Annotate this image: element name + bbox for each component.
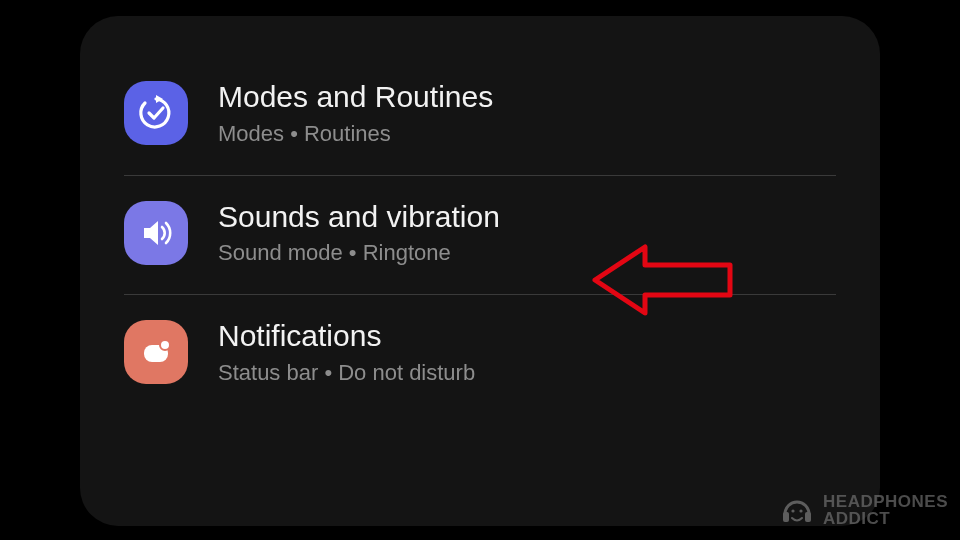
watermark-line2: ADDICT	[823, 510, 948, 527]
screenshot-stage: Modes and Routines Modes • Routines Soun…	[0, 0, 960, 540]
row-text: Sounds and vibration Sound mode • Ringto…	[218, 200, 500, 267]
settings-row-notifications[interactable]: Notifications Status bar • Do not distur…	[124, 295, 836, 414]
modes-routines-icon	[124, 81, 188, 145]
row-subtitle: Modes • Routines	[218, 121, 493, 147]
row-title: Sounds and vibration	[218, 200, 500, 235]
row-title: Modes and Routines	[218, 80, 493, 115]
row-subtitle: Sound mode • Ringtone	[218, 240, 500, 266]
svg-rect-2	[783, 512, 789, 522]
svg-rect-3	[805, 512, 811, 522]
settings-row-sounds-and-vibration[interactable]: Sounds and vibration Sound mode • Ringto…	[124, 176, 836, 295]
svg-point-1	[160, 340, 170, 350]
svg-point-5	[799, 509, 802, 512]
watermark: HEADPHONES ADDICT	[779, 492, 948, 528]
settings-card: Modes and Routines Modes • Routines Soun…	[80, 16, 880, 526]
settings-row-modes-and-routines[interactable]: Modes and Routines Modes • Routines	[124, 56, 836, 175]
notifications-icon	[124, 320, 188, 384]
sound-icon	[124, 201, 188, 265]
svg-point-4	[791, 509, 794, 512]
row-text: Modes and Routines Modes • Routines	[218, 80, 493, 147]
watermark-line1: HEADPHONES	[823, 493, 948, 510]
row-subtitle: Status bar • Do not disturb	[218, 360, 475, 386]
row-text: Notifications Status bar • Do not distur…	[218, 319, 475, 386]
row-title: Notifications	[218, 319, 475, 354]
headphones-addict-logo-icon	[779, 492, 815, 528]
